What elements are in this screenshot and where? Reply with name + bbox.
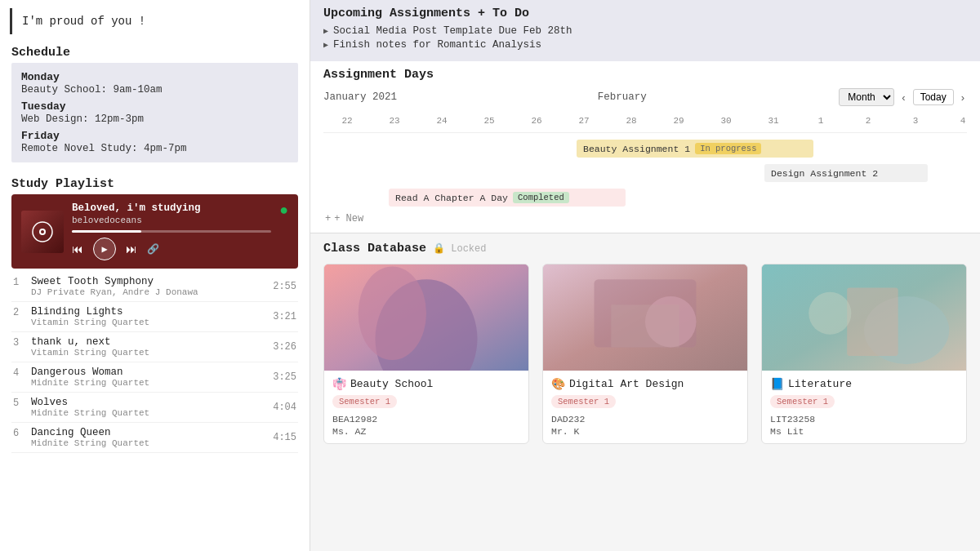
gantt-bar-label-0: Beauty Assignment 1 <box>583 144 690 154</box>
svg-point-5 <box>359 267 426 361</box>
day-cell-26[interactable]: 26 <box>513 114 560 127</box>
quote-bar: I'm proud of you ! <box>10 8 300 34</box>
card-emoji-lit: 📘 <box>770 377 784 391</box>
card-body-lit: 📘 Literature Semester 1 LIT23258 Ms Lit <box>762 371 966 443</box>
task-arrow-2: ▶ <box>323 40 328 50</box>
class-database-section: Class Database 🔒 Locked <box>310 233 980 551</box>
schedule-item-mon: Beauty School: 9am-10am <box>21 84 288 96</box>
track-dur-6: 4:15 <box>273 432 296 443</box>
task-text-2: Finish notes for Romantic Analysis <box>333 39 541 51</box>
day-cell-23[interactable]: 23 <box>371 114 418 127</box>
track-item-2[interactable]: 2 Blinding Lights Vitamin String Quartet… <box>11 302 298 332</box>
calendar-title: Assignment Days <box>323 68 967 82</box>
card-title-design: Digital Art Design <box>569 378 684 390</box>
new-item-button[interactable]: + + New <box>323 210 967 226</box>
track-num-2: 2 <box>13 306 24 318</box>
day-cell-3[interactable]: 3 <box>892 114 939 127</box>
day-cell-27[interactable]: 27 <box>560 114 608 127</box>
track-item-4[interactable]: 4 Dangerous Woman Midnite String Quartet… <box>11 362 298 393</box>
day-cell-25[interactable]: 25 <box>466 114 513 127</box>
player-controls: ⏮ ▶ ⏭ 🔗 <box>72 238 271 260</box>
track-dur-4: 3:25 <box>273 371 296 383</box>
day-cell-28[interactable]: 28 <box>608 114 655 127</box>
status-badge-2: Completed <box>513 192 569 203</box>
track-item-1[interactable]: 1 Sweet Tooth Symphony DJ Private Ryan, … <box>11 272 298 302</box>
quote-text: I'm proud of you ! <box>22 15 145 28</box>
gantt-bar-1[interactable]: Design Assignment 2 <box>764 164 928 182</box>
prev-button[interactable]: ⏮ <box>72 242 83 256</box>
day-numbers-row: 2223242526272829303112345678910 <box>323 111 967 133</box>
track-list[interactable]: 1 Sweet Tooth Symphony DJ Private Ryan, … <box>0 269 310 551</box>
track-num-3: 3 <box>13 336 24 349</box>
card-code-lit: LIT23258 <box>770 414 958 424</box>
track-num-5: 5 <box>13 397 24 409</box>
day-cell-29[interactable]: 29 <box>655 114 702 127</box>
track-item-6[interactable]: 6 Dancing Queen Midnite String Quartet 4… <box>11 423 298 453</box>
day-cell-2[interactable]: 2 <box>844 114 892 127</box>
gantt-bar-2[interactable]: Read A Chapter A DayCompleted <box>389 189 626 207</box>
gantt-bar-0[interactable]: Beauty Assignment 1In progress <box>577 140 813 158</box>
share-button[interactable]: 🔗 <box>147 243 159 255</box>
track-name-4: Dangerous Woman <box>31 367 266 378</box>
player-widget: Beloved, i'm studying belovedoceans ⏮ ▶ … <box>11 194 298 269</box>
card-image-beauty <box>324 264 528 371</box>
task-item-1: ▶ Social Media Post Template Due Feb 28t… <box>323 25 967 37</box>
track-num-1: 1 <box>13 276 24 288</box>
card-teacher-design: Mr. K <box>551 426 739 437</box>
gantt-row-1[interactable]: Design Assignment 2 <box>323 161 967 185</box>
track-name-2: Blinding Lights <box>31 306 266 318</box>
track-item-5[interactable]: 5 Wolves Midnite String Quartet 4:04 <box>11 393 298 423</box>
day-cell-22[interactable]: 22 <box>323 114 371 127</box>
status-badge-0: In progress <box>695 143 761 154</box>
prev-month-button[interactable]: ‹ <box>899 91 907 104</box>
track-info-3: thank u, next Vitamin String Quartet <box>31 336 266 358</box>
day-cell-24[interactable]: 24 <box>418 114 466 127</box>
track-name-3: thank u, next <box>31 336 266 348</box>
gantt-rows: Beauty Assignment 1In progressDesign Ass… <box>323 136 967 210</box>
playlist-section: Beloved, i'm studying belovedoceans ⏮ ▶ … <box>0 194 310 551</box>
track-artist-6: Midnite String Quartet <box>31 438 266 448</box>
svg-point-13 <box>808 292 851 335</box>
next-button[interactable]: ⏭ <box>126 242 137 256</box>
day-cell-1[interactable]: 1 <box>797 114 844 127</box>
gantt-row-0[interactable]: Beauty Assignment 1In progress <box>323 136 967 161</box>
track-artist-1: DJ Private Ryan, Andre J Donawa <box>31 287 266 297</box>
track-info-6: Dancing Queen Midnite String Quartet <box>31 427 266 448</box>
track-name-5: Wolves <box>31 397 266 408</box>
gantt-row-2[interactable]: Read A Chapter A DayCompleted <box>323 185 967 210</box>
db-title-text: Class Database <box>323 242 426 256</box>
track-item-3[interactable]: 3 thank u, next Vitamin String Quartet 3… <box>11 332 298 362</box>
class-card-design[interactable]: 🎨 Digital Art Design Semester 1 DAD232 M… <box>542 264 748 444</box>
month-label-feb: February <box>405 91 839 103</box>
task-text-1: Social Media Post Template Due Feb 28th <box>333 25 572 37</box>
next-month-button[interactable]: › <box>959 91 967 104</box>
svg-rect-9 <box>611 304 679 347</box>
card-name-design: 🎨 Digital Art Design <box>551 377 739 391</box>
card-body-design: 🎨 Digital Art Design Semester 1 DAD232 M… <box>543 371 747 443</box>
progress-bar-bg[interactable] <box>72 230 271 233</box>
schedule-day-fri: Friday <box>21 130 288 142</box>
play-button[interactable]: ▶ <box>93 238 116 260</box>
class-card-lit[interactable]: 📘 Literature Semester 1 LIT23258 Ms Lit <box>761 264 967 444</box>
schedule-item-fri: Remote Novel Study: 4pm-7pm <box>21 143 288 154</box>
card-teacher-lit: Ms Lit <box>770 426 958 437</box>
day-cell-4[interactable]: 4 <box>939 114 967 127</box>
track-artist-4: Midnite String Quartet <box>31 378 266 388</box>
schedule-item-tue: Web Design: 12pm-3pm <box>21 113 288 125</box>
day-cell-31[interactable]: 31 <box>750 114 797 127</box>
locked-badge: 🔒 Locked <box>433 242 486 255</box>
semester-badge-lit: Semester 1 <box>770 395 835 408</box>
gantt-bar-label-1: Design Assignment 2 <box>771 168 878 179</box>
view-dropdown[interactable]: Month Week Day <box>839 88 894 106</box>
card-image-lit <box>762 264 966 371</box>
track-num-4: 4 <box>13 367 24 379</box>
track-dur-2: 3:21 <box>273 311 296 322</box>
card-image-design <box>543 264 747 371</box>
today-button[interactable]: Today <box>913 89 954 105</box>
track-num-6: 6 <box>13 427 24 439</box>
day-cell-30[interactable]: 30 <box>702 114 750 127</box>
upcoming-section: Upcoming Assignments + To Do ▶ Social Me… <box>310 0 980 61</box>
track-info-4: Dangerous Woman Midnite String Quartet <box>31 367 266 388</box>
class-card-beauty[interactable]: 👘 Beauty School Semester 1 BEA12982 Ms. … <box>323 264 529 444</box>
card-emoji-design: 🎨 <box>551 377 565 391</box>
